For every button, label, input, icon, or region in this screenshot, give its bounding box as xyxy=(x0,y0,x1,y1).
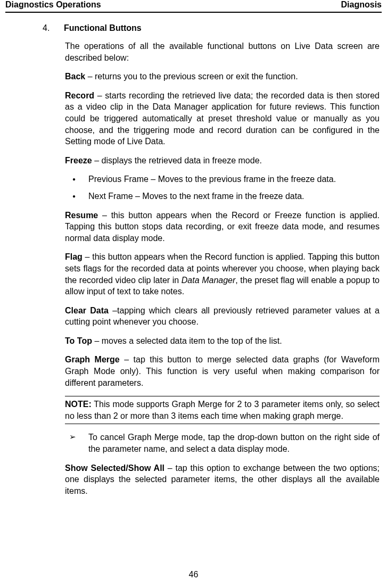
note-box: NOTE: This mode supports Graph Merge for… xyxy=(65,396,380,424)
header-left: Diagnostics Operations xyxy=(5,0,101,10)
header-right: Diagnosis xyxy=(341,0,382,10)
show-paragraph: Show Selected/Show All – tap this option… xyxy=(65,462,380,497)
record-text: – starts recording the retrieved live da… xyxy=(65,91,380,146)
back-paragraph: Back – returns you to the previous scree… xyxy=(65,71,380,82)
resume-text: – this button appears when the Record or… xyxy=(65,211,380,243)
graph-bullets: To cancel Graph Merge mode, tap the drop… xyxy=(65,432,380,454)
graph-label: Graph Merge xyxy=(65,355,120,364)
intro-paragraph: The operations of all the available func… xyxy=(65,40,380,63)
page-number: 46 xyxy=(0,570,387,579)
freeze-bullets: Previous Frame – Moves to the previous f… xyxy=(65,173,380,202)
totop-label: To Top xyxy=(65,336,92,345)
page-content: 4. Functional Buttons The operations of … xyxy=(5,13,382,496)
show-label: Show Selected/Show All xyxy=(65,463,164,473)
list-item: Next Frame – Moves to the next frame in … xyxy=(65,191,380,202)
back-text: – returns you to the previous screen or … xyxy=(85,72,298,81)
freeze-label: Freeze xyxy=(65,156,92,165)
section-number: 4. xyxy=(43,23,64,33)
flag-text-em: Data Manager xyxy=(182,276,236,285)
section-heading: 4. Functional Buttons xyxy=(43,23,382,33)
note-label: NOTE: xyxy=(65,400,92,409)
body-block: The operations of all the available func… xyxy=(65,40,380,496)
list-item: Previous Frame – Moves to the previous f… xyxy=(65,173,380,185)
resume-paragraph: Resume – this button appears when the Re… xyxy=(65,210,380,244)
clear-text: –tapping which clears all previously ret… xyxy=(65,306,380,327)
record-paragraph: Record – starts recording the retrieved … xyxy=(65,90,380,147)
section-title: Functional Buttons xyxy=(64,23,142,33)
clear-paragraph: Clear Data –tapping which clears all pre… xyxy=(65,305,380,328)
totop-text: – moves a selected data item to the top … xyxy=(92,336,282,345)
flag-label: Flag xyxy=(65,252,83,261)
note-text: This mode supports Graph Merge for 2 to … xyxy=(65,400,380,420)
document-page: Diagnostics Operations Diagnosis 4. Func… xyxy=(0,0,387,588)
freeze-paragraph: Freeze – displays the retrieved data in … xyxy=(65,155,380,167)
totop-paragraph: To Top – moves a selected data item to t… xyxy=(65,335,380,347)
record-label: Record xyxy=(65,91,94,100)
list-item: To cancel Graph Merge mode, tap the drop… xyxy=(65,432,380,454)
flag-paragraph: Flag – this button appears when the Reco… xyxy=(65,251,380,297)
graph-paragraph: Graph Merge – tap this button to merge s… xyxy=(65,354,380,388)
freeze-text: – displays the retrieved data in freeze … xyxy=(92,156,262,165)
back-label: Back xyxy=(65,72,85,81)
clear-label: Clear Data xyxy=(65,306,109,315)
resume-label: Resume xyxy=(65,211,98,220)
page-header: Diagnostics Operations Diagnosis xyxy=(5,0,382,13)
